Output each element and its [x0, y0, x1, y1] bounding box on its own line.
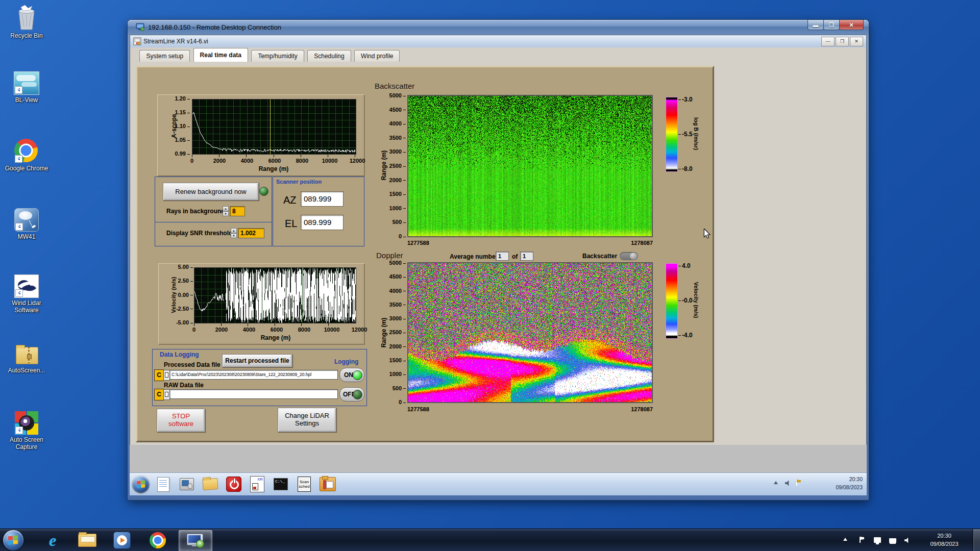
- shortcut-arrow-icon: [15, 155, 22, 163]
- y-tick-label: 1.20: [175, 96, 190, 102]
- chrome-icon: [14, 139, 39, 163]
- colorbar-tick: 4.0: [678, 262, 691, 269]
- mouse-cursor: [703, 229, 710, 239]
- doppler-colorbar-label: Velocity (m/s): [693, 277, 699, 323]
- bl-view-icon: [14, 71, 39, 95]
- inner-taskbar-clock[interactable]: 20:3009/08/2023: [817, 475, 863, 491]
- el-value-field[interactable]: 089.999: [301, 215, 344, 230]
- tray-chevron-icon[interactable]: [843, 538, 847, 541]
- desktop-icon-label: Auto Screen Capture: [3, 436, 50, 450]
- inner-start-button[interactable]: [133, 476, 149, 492]
- rdp-window: 192.168.0.150 - Remote Desktop Connectio…: [128, 20, 869, 500]
- colorbar-tick: -5.5: [678, 131, 693, 138]
- rdp-maximize-button[interactable]: ❐: [823, 20, 840, 30]
- taskbar-windows-explorer[interactable]: [76, 530, 99, 550]
- raw-logging-switch[interactable]: OFF: [339, 387, 364, 402]
- raw-path-field[interactable]: [169, 389, 338, 399]
- inner-taskbar-file-manager-icon[interactable]: [317, 475, 338, 493]
- renew-background-button[interactable]: Renew background now: [163, 183, 259, 201]
- of-label: of: [512, 253, 518, 260]
- rdp-titlebar[interactable]: 192.168.0.150 - Remote Desktop Connectio…: [128, 20, 869, 35]
- taskbar-google-chrome[interactable]: [146, 530, 169, 550]
- desktop-icon-wind-lidar[interactable]: Wind Lidar Software: [3, 274, 50, 314]
- explorer-folder-icon: [78, 534, 96, 547]
- tray-keyboard-icon[interactable]: [889, 538, 896, 543]
- desktop-icon-bl-view[interactable]: BL-View: [3, 71, 50, 104]
- shortcut-arrow-icon: [15, 223, 23, 231]
- desktop-icon-auto-screen-capture[interactable]: Auto Screen Capture: [3, 411, 50, 450]
- app-client-area: A-scope 1.20 1.15 1.10 1.05 0.99 0200040…: [130, 62, 866, 445]
- y-tick-label: 1.05: [175, 137, 190, 143]
- doppler-x-end: 1278087: [602, 406, 653, 412]
- tab-strip: System setup Real time data Temp/humidit…: [130, 47, 866, 62]
- show-desktop-button[interactable]: [973, 529, 980, 551]
- processed-drive-selector[interactable]: C: [154, 369, 164, 381]
- recycle-bin-icon: [15, 4, 38, 31]
- stop-software-button[interactable]: STOPsoftware: [157, 409, 205, 432]
- tray-network-icon[interactable]: [874, 537, 881, 543]
- inner-taskbar: XR C:\_ Scansched: [130, 472, 867, 495]
- rays-value-field[interactable]: 8: [230, 206, 245, 216]
- restart-processed-file-button[interactable]: Restart processed file: [222, 354, 292, 367]
- desktop-icon-google-chrome[interactable]: Google Chrome: [3, 139, 50, 172]
- taskbar-remote-desktop-active[interactable]: ✕: [179, 530, 212, 551]
- rdp-minimize-button[interactable]: ▬: [807, 20, 824, 30]
- tray-action-center-icon[interactable]: [860, 537, 864, 543]
- tab-wind-profile[interactable]: Wind profile: [354, 50, 400, 62]
- tray-volume-icon[interactable]: [904, 537, 911, 543]
- ascope-plot[interactable]: [192, 99, 356, 155]
- inner-tray-chevron-icon[interactable]: [774, 481, 778, 484]
- velocity-plot[interactable]: [194, 267, 356, 323]
- rdp-close-button[interactable]: ✕: [839, 20, 864, 30]
- backscatter-colorbar-label: log B (/m/sr): [693, 111, 699, 157]
- velocity-yticks: 5.002.500.00-2.50-5.00: [166, 264, 193, 325]
- desktop-icon-label: Wind Lidar Software: [3, 299, 50, 314]
- tab-system-setup[interactable]: System setup: [139, 50, 190, 62]
- tab-scheduling[interactable]: Scheduling: [307, 50, 351, 62]
- taskbar-clock[interactable]: 20:3009/08/2023: [921, 532, 968, 548]
- app-titlebar[interactable]: StreamLine XR v14-6.vi — ❐ ✕: [130, 35, 866, 48]
- average-number-field[interactable]: 1: [496, 252, 509, 261]
- inner-taskbar-scan-scheduler-icon[interactable]: Scansched: [294, 475, 314, 493]
- taskbar-media-player[interactable]: [110, 530, 134, 550]
- processed-logging-switch[interactable]: ON: [339, 368, 364, 382]
- desktop-icon-recycle-bin[interactable]: Recycle Bin: [3, 4, 50, 39]
- snr-value-field[interactable]: 1.002: [238, 228, 264, 238]
- doppler-heatmap[interactable]: [407, 262, 653, 403]
- snr-group: Display SNR threshold ▲▼ 1.002: [155, 222, 272, 246]
- tab-temp-humidity[interactable]: Temp/humidity: [251, 50, 304, 62]
- windows-flag-icon: [8, 535, 18, 545]
- tab-real-time-data[interactable]: Real time data: [193, 48, 248, 62]
- backscatter-toggle[interactable]: [620, 252, 638, 260]
- start-button[interactable]: [3, 530, 23, 550]
- snr-spinner[interactable]: ▲▼: [231, 228, 237, 238]
- inner-taskbar-power-stop-icon[interactable]: [224, 475, 244, 493]
- raw-data-file-label: RAW Data file: [164, 382, 204, 389]
- raw-drive-selector[interactable]: C: [154, 389, 164, 400]
- app-close-button[interactable]: ✕: [850, 37, 863, 46]
- inner-taskbar-cmd-icon[interactable]: C:\_: [271, 475, 291, 493]
- change-lidar-settings-button[interactable]: Change LiDARSettings: [278, 408, 336, 432]
- inner-taskbar-folder-icon[interactable]: [200, 475, 220, 493]
- inner-taskbar-streamline-vi-icon[interactable]: XR: [247, 475, 267, 493]
- az-value-field[interactable]: 089.999: [301, 191, 344, 207]
- velocity-xticks-strip: [194, 323, 355, 326]
- desktop-icon-mw41[interactable]: MW41: [3, 208, 50, 240]
- inner-tray-network-icon[interactable]: [796, 480, 801, 486]
- rdp-taskbar-icon: ✕: [187, 534, 204, 548]
- backscatter-heatmap[interactable]: [407, 95, 653, 237]
- rays-spinner[interactable]: ▲▼: [223, 206, 229, 216]
- off-led: [353, 390, 362, 399]
- desktop-icon-label: BL-View: [3, 96, 50, 104]
- inner-taskbar-display-settings-icon[interactable]: [177, 475, 197, 493]
- velocity-xticks: 020004000600080001000012000: [180, 327, 373, 333]
- az-label: AZ: [283, 194, 297, 206]
- average-count-field[interactable]: 1: [520, 252, 533, 261]
- processed-path-field[interactable]: C:\Lidar\Data\Proc\2023\202308\20230809\…: [169, 370, 338, 380]
- app-minimize-button[interactable]: —: [821, 37, 835, 46]
- taskbar-internet-explorer[interactable]: e: [41, 530, 64, 550]
- inner-taskbar-notepad-icon[interactable]: [153, 475, 174, 493]
- app-restore-button[interactable]: ❐: [836, 37, 849, 46]
- inner-tray-volume-icon[interactable]: [785, 480, 791, 486]
- desktop-icon-autoscreen-zip[interactable]: AutoScreen...: [3, 345, 50, 374]
